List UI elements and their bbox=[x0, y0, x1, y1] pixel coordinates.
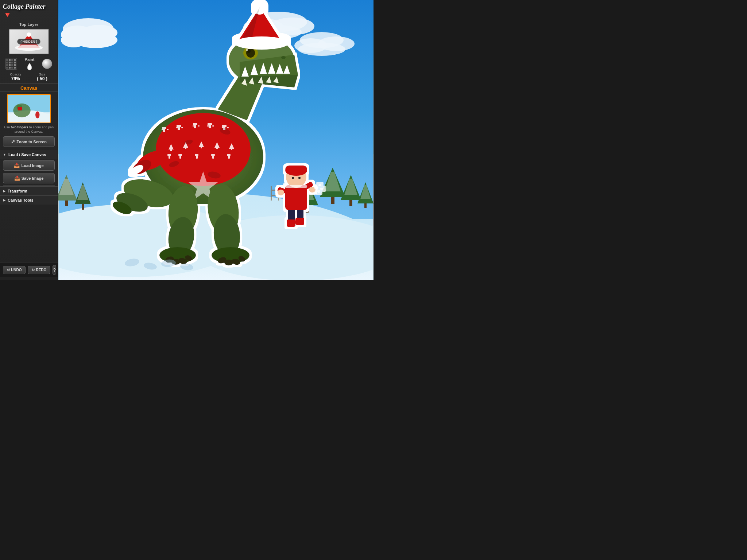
svg-marker-29 bbox=[58, 175, 77, 201]
svg-point-130 bbox=[168, 160, 179, 168]
canvas-preview[interactable] bbox=[7, 94, 51, 123]
svg-marker-126 bbox=[189, 171, 218, 200]
logo-area: Collage Painter 🔻 bbox=[0, 0, 58, 21]
svg-marker-30 bbox=[58, 175, 77, 201]
svg-point-9 bbox=[35, 112, 39, 118]
svg-point-143 bbox=[212, 247, 249, 263]
svg-point-155 bbox=[278, 190, 284, 195]
svg-point-156 bbox=[309, 187, 316, 192]
svg-rect-50 bbox=[293, 186, 294, 201]
canvas-hint: Use two fingers to zoom and pan around t… bbox=[0, 125, 58, 135]
sidebar: Collage Painter 🔻 Top Layer ( HIDDEN ) P… bbox=[0, 0, 58, 280]
opacity-size-row: Opacity 79% Size { 50 } bbox=[0, 72, 58, 83]
svg-point-165 bbox=[320, 188, 324, 190]
svg-point-27 bbox=[194, 215, 374, 280]
undo-button[interactable]: ↺ UNDO bbox=[3, 266, 26, 274]
brush-controls: Paint bbox=[0, 56, 58, 72]
bg-tree-right-1 bbox=[320, 168, 345, 204]
svg-point-133 bbox=[111, 199, 134, 217]
svg-point-137 bbox=[165, 255, 175, 264]
zoom-to-screen-button[interactable]: ⤢ Zoom to Screen bbox=[3, 136, 55, 147]
size-value: { 50 } bbox=[37, 76, 47, 81]
divider-1 bbox=[3, 149, 55, 149]
load-save-section-header[interactable]: ▼ Load / Save Canvas bbox=[0, 150, 58, 159]
app-title: Collage Painter bbox=[3, 3, 46, 10]
help-button[interactable]: ? bbox=[53, 265, 56, 275]
size-box: Size { 50 } bbox=[37, 73, 47, 81]
top-layer-label: Top Layer bbox=[0, 22, 58, 27]
main-canvas[interactable] bbox=[58, 0, 374, 280]
zoom-to-screen-label: Zoom to Screen bbox=[16, 140, 47, 144]
svg-point-136 bbox=[159, 247, 196, 263]
canvas-tools-arrow-icon: ▶ bbox=[3, 198, 5, 202]
svg-rect-25 bbox=[59, 219, 373, 280]
logo-drop-icon: 🔻 bbox=[3, 11, 12, 19]
svg-rect-121 bbox=[228, 155, 230, 159]
opacity-label: Opacity bbox=[10, 73, 22, 76]
svg-rect-118 bbox=[195, 154, 198, 156]
svg-point-141 bbox=[204, 182, 242, 238]
svg-rect-162 bbox=[285, 185, 307, 188]
svg-marker-43 bbox=[360, 185, 371, 199]
svg-rect-114 bbox=[167, 154, 171, 156]
transform-label: Transform bbox=[8, 189, 27, 193]
bg-tree-left-2 bbox=[75, 182, 91, 210]
svg-rect-119 bbox=[212, 155, 214, 159]
svg-marker-34 bbox=[77, 185, 88, 200]
redo-label: REDO bbox=[36, 268, 46, 272]
svg-rect-117 bbox=[196, 155, 198, 159]
trex-tail bbox=[111, 174, 177, 217]
svg-point-167 bbox=[124, 258, 140, 268]
svg-point-146 bbox=[231, 258, 241, 266]
brush-size-indicator bbox=[42, 59, 52, 69]
svg-rect-28 bbox=[65, 197, 68, 206]
hidden-badge[interactable]: ( HIDDEN ) bbox=[17, 39, 40, 44]
brush-texture-button[interactable] bbox=[5, 58, 17, 70]
svg-rect-51 bbox=[271, 190, 294, 191]
svg-rect-48 bbox=[278, 186, 279, 201]
svg-point-129 bbox=[207, 171, 221, 179]
svg-rect-8 bbox=[18, 107, 22, 110]
svg-rect-113 bbox=[169, 155, 170, 159]
svg-point-24 bbox=[58, 193, 374, 280]
svg-point-135 bbox=[166, 215, 197, 259]
svg-rect-41 bbox=[364, 201, 367, 208]
bg-tree-right-3 bbox=[357, 182, 374, 208]
load-image-button[interactable]: 📥 Load Image bbox=[3, 160, 55, 171]
svg-point-134 bbox=[166, 185, 200, 238]
svg-rect-120 bbox=[211, 154, 215, 156]
save-image-button[interactable]: 📤 Save Image bbox=[3, 173, 55, 183]
svg-marker-45 bbox=[296, 179, 318, 205]
bg-tree-left-1 bbox=[58, 175, 77, 206]
svg-point-170 bbox=[180, 263, 194, 271]
trex-legs bbox=[159, 182, 249, 266]
child-figure bbox=[277, 166, 324, 227]
svg-point-2 bbox=[15, 45, 43, 51]
top-layer-preview[interactable]: ( HIDDEN ) bbox=[9, 29, 49, 54]
load-save-arrow-icon: ▼ bbox=[3, 153, 6, 156]
svg-rect-154 bbox=[304, 181, 314, 190]
canvas-tools-section-header[interactable]: ▶ Canvas Tools bbox=[0, 195, 58, 205]
bottom-bar: ↺ UNDO ↻ REDO ? bbox=[0, 262, 58, 277]
canvas-tools-label: Canvas Tools bbox=[8, 198, 34, 202]
load-save-label: Load / Save Canvas bbox=[8, 152, 46, 157]
svg-rect-150 bbox=[287, 219, 295, 227]
svg-point-166 bbox=[317, 190, 320, 193]
svg-point-144 bbox=[217, 256, 227, 264]
canvas-header: Canvas bbox=[0, 83, 58, 92]
svg-point-140 bbox=[184, 254, 193, 262]
svg-point-164 bbox=[318, 184, 321, 186]
svg-marker-31 bbox=[59, 179, 74, 195]
bg-tree-right-2 bbox=[341, 175, 361, 206]
svg-marker-33 bbox=[75, 182, 91, 204]
transform-section-header[interactable]: ▶ Transform bbox=[0, 186, 58, 195]
footprints bbox=[124, 258, 194, 271]
svg-point-6 bbox=[13, 104, 31, 117]
transform-arrow-icon: ▶ bbox=[3, 189, 5, 193]
zoom-icon: ⤢ bbox=[11, 139, 15, 144]
svg-point-169 bbox=[161, 259, 176, 267]
paint-label-area: Paint bbox=[25, 57, 35, 70]
svg-rect-152 bbox=[285, 185, 307, 210]
svg-rect-49 bbox=[285, 186, 286, 201]
redo-button[interactable]: ↻ REDO bbox=[28, 266, 50, 274]
